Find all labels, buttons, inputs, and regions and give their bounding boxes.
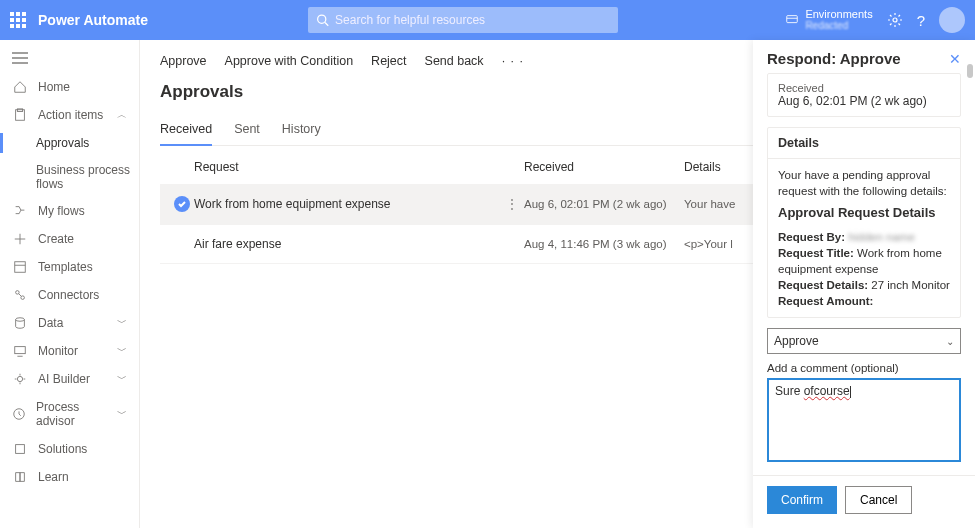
sidebar-item-process-advisor[interactable]: Process advisor﹀ [0,393,139,435]
tab-history[interactable]: History [282,116,321,145]
svg-rect-2 [787,16,798,23]
monitor-icon [12,344,28,358]
comment-input[interactable]: Sure ofcourse [767,378,961,462]
sidebar-item-monitor[interactable]: Monitor﹀ [0,337,139,365]
home-icon [12,80,28,94]
svg-rect-22 [16,445,25,454]
approval-request-details-heading: Approval Request Details [778,205,950,221]
sidebar-item-label: Connectors [38,288,99,302]
app-launcher-icon[interactable] [10,12,26,28]
svg-line-1 [325,22,328,25]
respond-panel: Respond: Approve ✕ Received Aug 6, 02:01… [753,40,975,528]
cmd-approve[interactable]: Approve [160,54,207,68]
sidebar-item-templates[interactable]: Templates [0,253,139,281]
cancel-button[interactable]: Cancel [845,486,912,514]
process-icon [12,407,26,421]
comment-text-misspelled: ofcourse [804,384,850,398]
panel-title: Respond: Approve [767,50,901,67]
sidebar-item-label: Process advisor [36,400,107,428]
sidebar-item-label: Data [38,316,63,330]
ai-icon [12,372,28,386]
clipboard-icon [12,108,28,122]
connectors-icon [12,288,28,302]
sidebar-item-label: AI Builder [38,372,90,386]
book-icon [12,470,28,484]
sidebar-item-learn[interactable]: Learn [0,463,139,491]
chevron-down-icon: ⌄ [946,336,954,347]
search-input[interactable] [335,13,610,27]
action-select-value: Approve [774,334,819,348]
cmd-overflow[interactable]: · · · [502,54,524,68]
details-header: Details [768,128,960,159]
cmd-send-back[interactable]: Send back [425,54,484,68]
sidebar-item-action-items[interactable]: Action items︿ [0,101,139,129]
request-amount-label: Request Amount: [778,295,873,307]
scrollbar-thumb[interactable] [967,64,973,78]
sidebar-item-label: Create [38,232,74,246]
tab-sent[interactable]: Sent [234,116,260,145]
svg-rect-18 [15,347,26,354]
avatar[interactable] [939,7,965,33]
svg-point-17 [16,318,25,322]
sidebar-item-label: Monitor [38,344,78,358]
sidebar-item-label: Action items [38,108,103,122]
database-icon [12,316,28,330]
search-icon [316,13,329,27]
svg-point-0 [318,15,326,23]
svg-point-15 [21,296,25,300]
request-details-value: 27 inch Monitor [871,279,950,291]
sidebar-item-bpf[interactable]: Business process flows [0,157,139,197]
sidebar-item-data[interactable]: Data﹀ [0,309,139,337]
received-value: Aug 6, 02:01 PM (2 wk ago) [778,94,950,108]
close-icon[interactable]: ✕ [949,51,961,67]
details-intro: Your have a pending approval request wit… [778,167,950,199]
svg-rect-12 [15,262,26,273]
request-by-label: Request By: [778,231,845,243]
sidebar-item-ai-builder[interactable]: AI Builder﹀ [0,365,139,393]
plus-icon [12,232,28,246]
row-more-icon[interactable]: ⋮ [500,197,524,211]
chevron-down-icon: ﹀ [117,372,127,386]
request-details-label: Request Details: [778,279,868,291]
comment-text-prefix: Sure [775,384,804,398]
environment-picker[interactable]: Environments Redacted [785,8,872,32]
brand-title: Power Automate [38,12,148,28]
hamburger-icon[interactable] [0,46,139,73]
templates-icon [12,260,28,274]
chevron-down-icon: ﹀ [117,407,127,421]
search-box[interactable] [308,7,618,33]
sidebar-item-my-flows[interactable]: My flows [0,197,139,225]
sidebar-item-approvals[interactable]: Approvals [0,129,139,157]
tab-received[interactable]: Received [160,116,212,146]
cmd-reject[interactable]: Reject [371,54,406,68]
svg-line-16 [19,294,22,297]
cmd-approve-condition[interactable]: Approve with Condition [225,54,354,68]
environment-icon [785,13,799,27]
sidebar-item-home[interactable]: Home [0,73,139,101]
sidebar-item-connectors[interactable]: Connectors [0,281,139,309]
svg-point-14 [16,291,20,295]
received-label: Received [778,82,950,94]
action-select[interactable]: Approve ⌄ [767,328,961,354]
svg-point-20 [17,376,22,381]
svg-point-4 [893,18,897,22]
help-icon[interactable]: ? [917,12,925,29]
sidebar: Home Action items︿ Approvals Business pr… [0,40,140,528]
sidebar-item-label: Approvals [36,136,89,150]
text-cursor [850,386,851,398]
environment-label: Environments [805,8,872,20]
confirm-button[interactable]: Confirm [767,486,837,514]
col-request: Request [194,160,524,174]
request-by-value: hidden name [848,231,915,243]
sidebar-item-create[interactable]: Create [0,225,139,253]
col-received: Received [524,160,684,174]
gear-icon[interactable] [887,12,903,28]
row-received: Aug 4, 11:46 PM (3 wk ago) [524,238,684,250]
chevron-down-icon: ﹀ [117,344,127,358]
row-title: Air fare expense [194,237,281,251]
environment-value: Redacted [805,20,872,32]
sidebar-item-solutions[interactable]: Solutions [0,435,139,463]
solutions-icon [12,442,28,456]
check-icon[interactable] [174,196,190,212]
sidebar-item-label: Solutions [38,442,87,456]
